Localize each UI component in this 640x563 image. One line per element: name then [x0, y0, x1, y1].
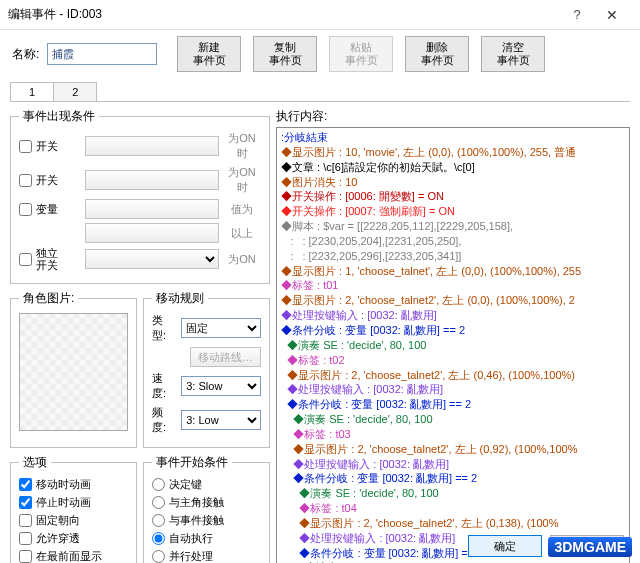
opt-step-anim[interactable]: 停止时动画	[19, 495, 128, 510]
command-list[interactable]: :分岐結束◆显示图片 : 10, 'movie', 左上 (0,0), (100…	[276, 127, 630, 563]
type-select[interactable]: 固定	[181, 318, 261, 338]
page-tabs: 1 2	[10, 82, 630, 102]
delete-page-button[interactable]: 删除 事件页	[405, 36, 469, 72]
graphic-group: 角色图片:	[10, 290, 137, 448]
conditions-group: 事件出现条件 开关 为ON时 开关 为ON时 变量 值为 以上	[10, 108, 270, 284]
name-label: 名称:	[12, 46, 39, 63]
copy-page-button[interactable]: 复制 事件页	[253, 36, 317, 72]
selfswitch-suffix: 为ON	[223, 252, 261, 267]
graphic-legend: 角色图片:	[19, 290, 78, 307]
freq-label: 频度:	[152, 405, 175, 435]
opt-walk-anim[interactable]: 移动时动画	[19, 477, 128, 492]
switch1-suffix: 为ON时	[223, 131, 261, 161]
opt-through[interactable]: 允许穿透	[19, 531, 128, 546]
switch2-checkbox[interactable]: 开关	[19, 173, 81, 188]
freq-select[interactable]: 3: Low	[181, 410, 261, 430]
tab-2[interactable]: 2	[53, 82, 97, 101]
variable-op: 以上	[223, 226, 261, 241]
close-icon[interactable]: ✕	[592, 7, 632, 23]
selfswitch-select	[85, 249, 219, 269]
name-input[interactable]	[47, 43, 157, 65]
ok-button[interactable]: 确定	[468, 535, 542, 557]
trig-action[interactable]: 决定键	[152, 477, 261, 492]
trig-parallel[interactable]: 并行处理	[152, 549, 261, 563]
options-legend: 选项	[19, 454, 51, 471]
type-label: 类型:	[152, 313, 175, 343]
exec-label: 执行内容:	[276, 108, 630, 125]
trig-event-touch[interactable]: 与事件接触	[152, 513, 261, 528]
opt-fix-dir[interactable]: 固定朝向	[19, 513, 128, 528]
trig-autorun[interactable]: 自动执行	[152, 531, 261, 546]
movement-group: 移动规则 类型:固定 移动路线… 速度:3: Slow 频度:3: Low	[143, 290, 270, 448]
variable-select	[85, 199, 219, 219]
cancel-button[interactable]: 取	[550, 535, 624, 557]
window-titlebar: 编辑事件 - ID:003 ? ✕	[0, 0, 640, 30]
paste-page-button: 粘贴 事件页	[329, 36, 393, 72]
options-group: 选项 移动时动画 停止时动画 固定朝向 允许穿透 在最前面显示	[10, 454, 137, 563]
trigger-legend: 事件开始条件	[152, 454, 232, 471]
opt-always-top[interactable]: 在最前面显示	[19, 549, 128, 563]
speed-label: 速度:	[152, 371, 175, 401]
route-button: 移动路线…	[190, 347, 261, 367]
selfswitch-checkbox[interactable]: 独立 开关	[19, 247, 81, 271]
help-icon[interactable]: ?	[562, 7, 592, 22]
speed-select[interactable]: 3: Slow	[181, 376, 261, 396]
trigger-group: 事件开始条件 决定键 与主角接触 与事件接触 自动执行 并行处理	[143, 454, 270, 563]
graphic-preview[interactable]	[19, 313, 128, 431]
conditions-legend: 事件出现条件	[19, 108, 99, 125]
movement-legend: 移动规则	[152, 290, 208, 307]
switch2-suffix: 为ON时	[223, 165, 261, 195]
variable-value	[85, 223, 219, 243]
clear-page-button[interactable]: 清空 事件页	[481, 36, 545, 72]
variable-suffix: 值为	[223, 202, 261, 217]
tab-1[interactable]: 1	[10, 82, 54, 101]
switch1-checkbox[interactable]: 开关	[19, 139, 81, 154]
switch2-select	[85, 170, 219, 190]
trig-player-touch[interactable]: 与主角接触	[152, 495, 261, 510]
variable-checkbox[interactable]: 变量	[19, 202, 81, 217]
switch1-select	[85, 136, 219, 156]
new-page-button[interactable]: 新建 事件页	[177, 36, 241, 72]
window-title: 编辑事件 - ID:003	[8, 6, 562, 23]
